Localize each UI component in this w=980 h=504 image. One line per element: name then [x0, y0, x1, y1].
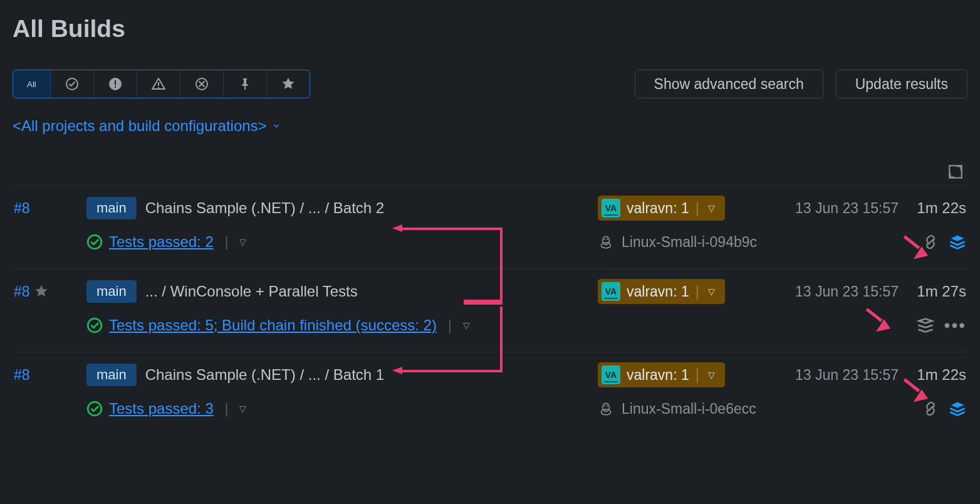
- stack-icon[interactable]: [949, 233, 966, 251]
- chevron-down-icon[interactable]: ▽: [706, 286, 717, 297]
- widen-icon[interactable]: [947, 164, 964, 184]
- chevron-down-icon[interactable]: ▽: [239, 237, 246, 247]
- filter-starred-button[interactable]: [267, 70, 310, 98]
- build-breadcrumb[interactable]: ... / WinConsole + Parallel Tests: [145, 283, 358, 300]
- build-breadcrumb[interactable]: Chains Sample (.NET) / ... / Batch 2: [145, 199, 384, 217]
- filter-all-button[interactable]: All: [13, 70, 51, 98]
- build-number-link[interactable]: #8: [14, 367, 30, 384]
- filter-group: All: [13, 70, 310, 98]
- builds-list: #8mainChains Sample (.NET) / ... / Batch…: [13, 185, 967, 435]
- chevron-down-icon[interactable]: ▽: [463, 320, 470, 330]
- exclaim-circle-icon: [108, 76, 123, 92]
- chevron-down-icon[interactable]: ▽: [706, 203, 717, 213]
- toolbar: All Show advanced search Update results: [13, 70, 967, 98]
- user-label: valravn: 1: [627, 283, 689, 300]
- scope-label: <All projects and build configurations>: [13, 117, 267, 135]
- build-date: 13 Jun 23 15:57: [754, 367, 899, 384]
- build-number-link[interactable]: #8: [14, 200, 30, 217]
- agent-name[interactable]: Linux-Small-i-0e6ecc: [622, 401, 756, 417]
- pin-icon: [237, 76, 253, 92]
- check-circle-icon: [65, 76, 80, 92]
- build-date: 13 Jun 23 15:57: [754, 200, 899, 217]
- build-duration: 1m 22s: [899, 366, 967, 384]
- stack-icon[interactable]: [917, 317, 934, 334]
- warning-icon: [151, 76, 166, 92]
- user-label: valravn: 1: [627, 367, 689, 384]
- avatar: VA: [602, 365, 620, 384]
- build-status-link[interactable]: Tests passed: 3: [109, 400, 214, 417]
- build-row: #8mainChains Sample (.NET) / ... / Batch…: [13, 185, 967, 268]
- user-chip[interactable]: VAvalravn: 1|▽: [598, 196, 725, 221]
- build-status-link[interactable]: Tests passed: 2: [109, 233, 214, 251]
- agent-name[interactable]: Linux-Small-i-094b9c: [622, 234, 757, 251]
- build-date: 13 Jun 23 15:57: [754, 283, 899, 300]
- filter-warning-button[interactable]: [137, 70, 180, 98]
- build-duration: 1m 27s: [899, 283, 967, 300]
- branch-pill[interactable]: main: [86, 280, 137, 303]
- chevron-down-icon: [272, 122, 281, 130]
- link-icon[interactable]: [922, 234, 939, 250]
- user-label: valravn: 1: [627, 200, 689, 217]
- chevron-down-icon[interactable]: ▽: [239, 404, 246, 414]
- x-circle-icon: [194, 76, 209, 92]
- avatar: VA: [602, 199, 620, 218]
- build-duration: 1m 22s: [899, 199, 967, 217]
- link-icon[interactable]: [922, 401, 939, 417]
- user-chip[interactable]: VAvalravn: 1|▽: [598, 362, 725, 387]
- filter-pinned-button[interactable]: [224, 70, 267, 98]
- success-icon: [86, 234, 103, 250]
- avatar: VA: [602, 282, 620, 301]
- build-row: #8mainChains Sample (.NET) / ... / Batch…: [13, 352, 967, 435]
- branch-pill[interactable]: main: [86, 197, 137, 219]
- chevron-down-icon[interactable]: ▽: [706, 370, 717, 380]
- success-icon: [86, 401, 103, 417]
- page-title: All Builds: [13, 15, 967, 43]
- user-chip[interactable]: VAvalravn: 1|▽: [598, 279, 725, 304]
- filter-error-button[interactable]: [94, 70, 137, 98]
- linux-icon: [598, 234, 614, 250]
- filter-failed-button[interactable]: [180, 70, 224, 98]
- scope-selector[interactable]: <All projects and build configurations>: [13, 117, 281, 135]
- more-actions-button[interactable]: •••: [944, 315, 966, 335]
- star-icon: [281, 76, 296, 92]
- branch-pill[interactable]: main: [86, 364, 137, 386]
- update-results-button[interactable]: Update results: [836, 70, 967, 98]
- build-status-link[interactable]: Tests passed: 5; Build chain finished (s…: [109, 317, 437, 334]
- success-icon: [86, 317, 103, 333]
- advanced-search-button[interactable]: Show advanced search: [635, 70, 823, 98]
- build-breadcrumb[interactable]: Chains Sample (.NET) / ... / Batch 1: [145, 366, 384, 384]
- star-icon[interactable]: [34, 284, 49, 299]
- build-row: #8main... / WinConsole + Parallel TestsV…: [13, 268, 967, 352]
- linux-icon: [598, 401, 614, 417]
- filter-success-button[interactable]: [51, 70, 94, 98]
- stack-icon[interactable]: [949, 400, 966, 417]
- build-number-link[interactable]: #8: [14, 283, 30, 300]
